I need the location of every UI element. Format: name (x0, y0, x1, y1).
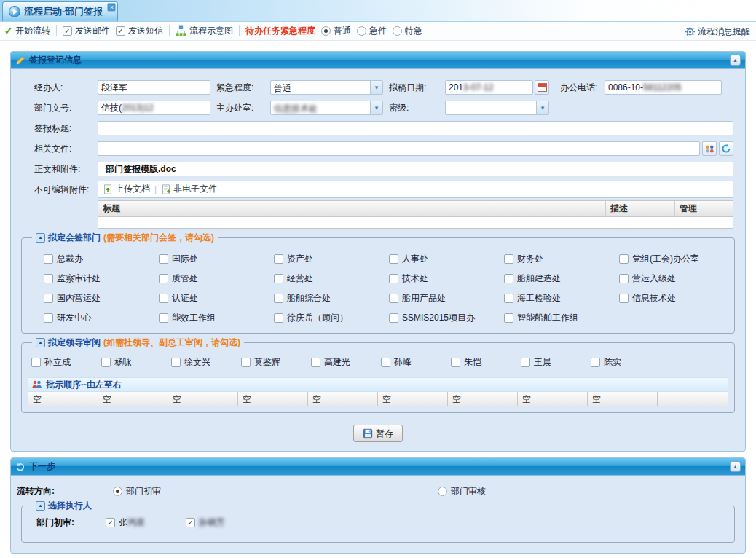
leader-checkbox-item[interactable]: 陈实 (591, 356, 661, 369)
order-slot-empty[interactable]: 空 (518, 392, 588, 406)
checkbox[interactable] (44, 294, 53, 303)
dept-checkbox-item[interactable]: 质管处 (159, 272, 274, 285)
checkbox-checked-icon[interactable]: ✓ (63, 26, 72, 36)
checkbox[interactable] (591, 358, 600, 367)
checkbox-checked-icon[interactable]: ✓ (106, 518, 115, 527)
checkbox[interactable] (451, 358, 460, 367)
docno-input[interactable]: 信技(2013)12 (98, 101, 210, 115)
order-slot-empty[interactable]: 空 (168, 392, 238, 406)
checkbox[interactable] (504, 294, 513, 303)
send-sms-checkbox[interactable]: ✓ 发送短信 (116, 25, 163, 37)
dept-checkbox-item[interactable]: 船舶建造处 (504, 272, 619, 285)
radio-icon[interactable] (438, 487, 447, 496)
checkbox[interactable] (619, 274, 629, 283)
dept-checkbox-item[interactable]: 国际处 (159, 253, 274, 265)
leader-checkbox-item[interactable]: 徐文兴 (171, 356, 241, 369)
checkbox[interactable] (274, 254, 283, 264)
checkbox[interactable] (101, 358, 111, 367)
date-input[interactable]: 2013-07-12 (445, 80, 533, 95)
leader-checkbox-item[interactable]: 孙立成 (31, 356, 101, 369)
checkbox[interactable] (274, 274, 283, 283)
dept-checkbox-item[interactable]: 党组(工会)办公室 (619, 253, 728, 265)
dept-checkbox-item[interactable]: 船舶综合处 (274, 292, 389, 304)
checkbox[interactable] (241, 358, 251, 367)
checkbox-checked-icon[interactable]: ✓ (116, 26, 125, 36)
dept-checkbox-item[interactable]: 资产处 (274, 253, 389, 265)
leader-checkbox-item[interactable]: 莫鉴辉 (241, 356, 311, 369)
upload-doc-button[interactable]: 上传文档 (103, 183, 150, 195)
checkbox[interactable] (31, 358, 41, 367)
chevron-down-icon[interactable]: ▾ (370, 101, 382, 114)
checkbox[interactable] (504, 313, 513, 323)
checkbox[interactable] (389, 254, 398, 264)
executor-checkbox-1[interactable]: ✓ 张鸿星 (106, 516, 186, 529)
checkbox[interactable] (389, 313, 398, 323)
dept-checkbox-item[interactable]: 监察审计处 (44, 272, 159, 285)
dept-checkbox-item[interactable]: 国内营运处 (44, 292, 159, 304)
urgency-radio-normal[interactable]: 普通 (321, 25, 351, 37)
refresh-icon[interactable] (719, 141, 733, 156)
collapse-panel-icon[interactable]: ▲ (730, 55, 741, 66)
collapse-section-icon[interactable]: ▲ (36, 338, 45, 347)
host-dept-select[interactable]: 信息技术处 ▾ (270, 101, 383, 115)
direction-radio-first-review[interactable]: 部门初审 (113, 485, 161, 498)
dept-checkbox-item[interactable]: 营运入级处 (619, 272, 728, 285)
collapse-section-icon[interactable]: ▲ (36, 501, 45, 511)
executor-checkbox-2[interactable]: ✓ 孙晓芳 (186, 516, 266, 529)
order-slot-empty[interactable]: 空 (588, 392, 658, 406)
radio-selected-icon[interactable] (113, 487, 122, 496)
collapse-panel-icon[interactable]: ▲ (730, 461, 741, 472)
checkbox[interactable] (389, 294, 398, 303)
tab-process-start[interactable]: 流程启动-部门签报 × (2, 1, 118, 21)
checkbox[interactable] (44, 274, 53, 283)
checkbox[interactable] (274, 294, 283, 303)
chevron-down-icon[interactable]: ▾ (536, 101, 548, 114)
checkbox[interactable] (159, 294, 168, 303)
report-title-input[interactable] (98, 121, 733, 135)
checkbox[interactable] (159, 313, 168, 323)
dept-checkbox-item[interactable]: 徐庆岳（顾问） (274, 312, 389, 324)
calendar-icon[interactable] (535, 80, 549, 95)
flow-message-reminder-button[interactable]: 流程消息提醒 (685, 25, 750, 38)
checkbox[interactable] (504, 274, 513, 283)
checkbox[interactable] (159, 254, 168, 264)
order-slot-empty[interactable]: 空 (238, 392, 308, 406)
dept-checkbox-item[interactable]: 经营处 (274, 272, 389, 285)
save-draft-button[interactable]: 暂存 (353, 425, 403, 442)
phone-input[interactable]: 0086-10-58112205 (605, 80, 722, 95)
dept-checkbox-item[interactable]: 认证处 (159, 292, 274, 304)
dept-checkbox-item[interactable]: SSMIS2015项目办 (389, 312, 504, 324)
checkbox-checked-icon[interactable]: ✓ (186, 518, 195, 527)
checkbox[interactable] (619, 294, 629, 303)
collapse-section-icon[interactable]: ▲ (36, 233, 45, 243)
checkbox[interactable] (274, 313, 283, 323)
checkbox[interactable] (504, 254, 513, 264)
order-slot-empty[interactable]: 空 (28, 392, 98, 406)
tab-close-icon[interactable]: × (107, 3, 116, 12)
leader-checkbox-item[interactable]: 杨咏 (101, 356, 171, 369)
urgency-select[interactable]: 普通 ▾ (270, 80, 383, 95)
urgency-radio-extra[interactable]: 特急 (393, 25, 422, 37)
radio-icon[interactable] (393, 26, 402, 36)
dept-checkbox-item[interactable]: 能效工作组 (159, 312, 274, 324)
select-file-icon[interactable] (702, 141, 717, 156)
agent-input[interactable] (98, 80, 210, 95)
chevron-down-icon[interactable]: ▾ (370, 81, 382, 94)
order-slot-empty[interactable]: 空 (378, 392, 448, 406)
dept-checkbox-item[interactable]: 智能船舶工作组 (504, 312, 619, 324)
checkbox[interactable] (44, 313, 53, 323)
dept-checkbox-item[interactable]: 信息技术处 (619, 292, 728, 304)
order-slot-empty[interactable]: 空 (308, 392, 378, 406)
order-slot-empty[interactable]: 空 (98, 392, 168, 406)
checkbox[interactable] (159, 274, 168, 283)
dept-checkbox-item[interactable]: 研发中心 (44, 312, 159, 324)
leader-checkbox-item[interactable]: 孙峰 (381, 356, 451, 369)
dept-checkbox-item[interactable]: 海工检验处 (504, 292, 619, 304)
dept-checkbox-item[interactable]: 船用产品处 (389, 292, 504, 304)
dept-checkbox-item[interactable]: 总裁办 (44, 253, 159, 265)
dept-checkbox-item[interactable]: 人事处 (389, 253, 504, 265)
flow-diagram-button[interactable]: 流程示意图 (176, 25, 233, 37)
leader-checkbox-item[interactable]: 朱恺 (451, 356, 521, 369)
checkbox[interactable] (521, 358, 530, 367)
checkbox[interactable] (44, 254, 53, 264)
